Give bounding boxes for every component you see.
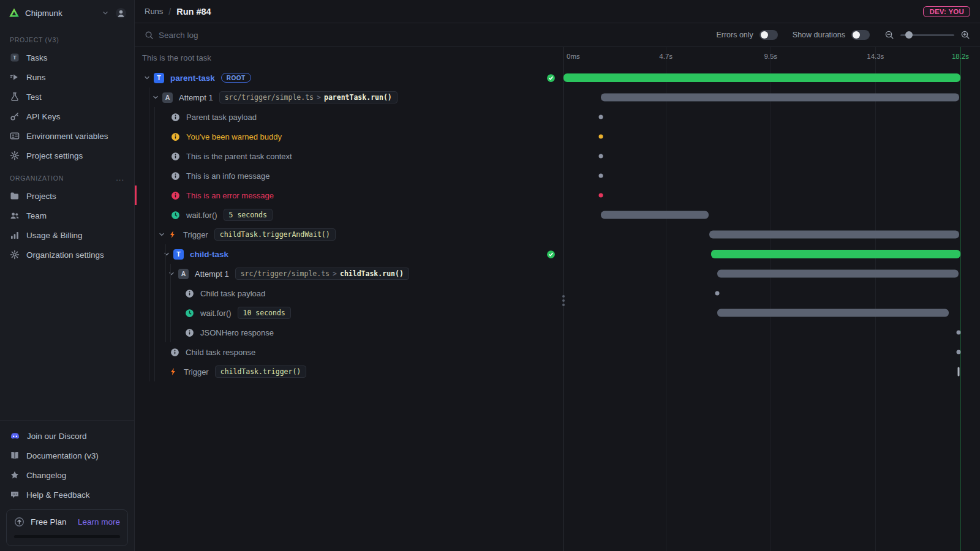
sidebar-section-label: PROJECT (V3) xyxy=(10,36,59,43)
sidebar-item-projects[interactable]: Projects xyxy=(6,186,128,206)
resize-grip-icon[interactable] xyxy=(562,295,565,298)
show-durations-toggle[interactable] xyxy=(851,30,870,40)
success-check-icon xyxy=(546,250,556,259)
timeline-event-dot[interactable] xyxy=(715,291,720,296)
timeline-row-trigger-and-wait xyxy=(564,225,960,244)
sidebar-item-documentation-v3-[interactable]: Documentation (v3) xyxy=(6,446,128,465)
timeline-row-log-error-message xyxy=(564,186,960,205)
timeline-span-bar[interactable] xyxy=(709,231,959,239)
chevron-down-icon[interactable] xyxy=(101,9,110,17)
code-badge: src/trigger/simple.ts>parentTask.run() xyxy=(219,91,398,103)
section-menu-button[interactable]: ... xyxy=(116,176,124,180)
sidebar-section: PROJECT (V3)TTasksRunsTestAPI KeysEnviro… xyxy=(6,32,128,165)
sidebar-item-api-keys[interactable]: API Keys xyxy=(6,107,128,126)
sidebar-item-usage-billing[interactable]: Usage & Billing xyxy=(6,225,128,245)
tree-row-trigger-and-wait[interactable]: TriggerchildTask.triggerAndWait() xyxy=(135,225,563,244)
timeline-tick-label: 0ms xyxy=(567,53,580,60)
sidebar-item-label: Project settings xyxy=(26,151,83,160)
zoom-in-icon[interactable] xyxy=(960,30,970,40)
timeline-instant-tick[interactable] xyxy=(958,367,960,377)
folder-icon xyxy=(10,191,20,201)
sidebar-section-label: ORGANIZATION xyxy=(10,174,64,182)
timeline-event-dot[interactable] xyxy=(598,193,603,198)
timeline-span-bar[interactable] xyxy=(564,73,960,82)
timeline-row-child-task xyxy=(564,244,960,264)
sidebar-item-tasks[interactable]: TTasks xyxy=(6,48,128,67)
timeline-end-line xyxy=(960,47,961,551)
task-icon: T xyxy=(154,73,164,83)
timeline-event-dot[interactable] xyxy=(598,115,603,119)
timeline-row-log-parent-task-payload xyxy=(564,107,960,127)
bolt-icon xyxy=(169,367,178,376)
tree-indent-guide xyxy=(154,107,155,381)
timeline-span-bar[interactable] xyxy=(711,250,960,258)
avatar[interactable] xyxy=(115,7,127,19)
usage-meter xyxy=(14,535,120,538)
errors-only-toggle[interactable] xyxy=(760,30,778,40)
tree-row-log-child-task-response[interactable]: Child task response xyxy=(135,342,563,362)
sidebar-item-label: Join our Discord xyxy=(27,432,87,441)
log-toolbar: Errors only Show durations xyxy=(135,23,980,47)
root-task-description: This is the root task xyxy=(135,47,563,68)
sidebar-item-environment-variables[interactable]: Environment variables xyxy=(6,126,128,146)
clock-icon xyxy=(171,211,180,220)
tree-row-log-error-message[interactable]: This is an error message xyxy=(135,186,563,205)
learn-more-link[interactable]: Learn more xyxy=(78,517,120,527)
tree-row-label: wait.for() xyxy=(200,309,232,318)
timeline-zoom-slider[interactable] xyxy=(900,31,954,39)
search-box[interactable] xyxy=(145,31,716,40)
timeline-event-dot[interactable] xyxy=(956,331,960,335)
tree-row-parent-attempt-1[interactable]: AAttempt 1src/trigger/simple.ts>parentTa… xyxy=(135,88,563,107)
sidebar-item-label: Runs xyxy=(26,73,46,82)
sidebar-item-project-settings[interactable]: Project settings xyxy=(6,146,128,165)
timeline-span-bar[interactable] xyxy=(717,309,948,317)
tree-row-parent-task[interactable]: Tparent-taskROOT xyxy=(135,68,563,88)
svg-text:T: T xyxy=(13,54,17,61)
timeline-span-bar[interactable] xyxy=(601,94,959,102)
search-input[interactable] xyxy=(159,31,342,40)
sidebar-item-runs[interactable]: Runs xyxy=(6,67,128,87)
tree-row-child-task[interactable]: Tchild-task xyxy=(135,244,563,264)
sidebar-item-test[interactable]: Test xyxy=(6,87,128,107)
timeline-event-dot[interactable] xyxy=(598,174,603,178)
tree-row-log-child-task-payload[interactable]: Child task payload xyxy=(135,283,563,303)
code-badge: childTask.trigger() xyxy=(215,365,307,378)
tree-row-label: Attempt 1 xyxy=(179,93,213,102)
timeline-event-dot[interactable] xyxy=(956,350,960,354)
attempt-icon: A xyxy=(178,269,189,279)
sidebar-item-help-feedback[interactable]: Help & Feedback xyxy=(6,485,128,504)
tree-row-log-parent-task-context[interactable]: This is the parent task context xyxy=(135,146,563,166)
sidebar-section-header: ORGANIZATION... xyxy=(6,170,128,186)
tree-row-child-attempt-1[interactable]: AAttempt 1src/trigger/simple.ts>childTas… xyxy=(135,264,563,283)
timeline-row-log-parent-task-context xyxy=(564,146,960,166)
tree-row-wait-10s[interactable]: wait.for()10 seconds xyxy=(135,303,563,323)
sidebar-item-organization-settings[interactable]: Organization settings xyxy=(6,245,128,264)
timeline-span-bar[interactable] xyxy=(601,211,709,219)
timeline-span-bar[interactable] xyxy=(717,270,958,278)
sidebar-item-changelog[interactable]: Changelog xyxy=(6,465,128,485)
tree-row-log-jsonhero-response[interactable]: JSONHero response xyxy=(135,323,563,342)
info-icon xyxy=(171,132,180,141)
zoom-out-icon[interactable] xyxy=(884,30,894,40)
chevron-down-icon xyxy=(143,74,151,81)
chart-icon xyxy=(10,230,20,240)
attempt-icon: A xyxy=(162,92,173,103)
tree-row-label: This is an info message xyxy=(186,171,270,181)
sidebar-item-label: Team xyxy=(26,211,47,220)
workspace-switcher[interactable]: Chipmunk xyxy=(0,0,134,26)
chat-icon xyxy=(10,490,20,500)
breadcrumb-runs[interactable]: Runs xyxy=(145,7,163,16)
breadcrumb-separator: / xyxy=(168,7,171,17)
sidebar-item-team[interactable]: Team xyxy=(6,206,128,225)
timeline-event-dot[interactable] xyxy=(598,135,603,139)
timeline-event-dot[interactable] xyxy=(598,154,603,159)
tree-row-trigger-child[interactable]: TriggerchildTask.trigger() xyxy=(135,362,563,381)
tree-row-log-warning[interactable]: You've been warned buddy xyxy=(135,127,563,146)
tree-row-log-info-message[interactable]: This is an info message xyxy=(135,166,563,186)
code-badge: 10 seconds xyxy=(238,307,291,319)
sidebar-item-join-our-discord[interactable]: Join our Discord xyxy=(6,426,128,446)
panel-resize-divider[interactable] xyxy=(563,47,564,551)
tree-row-log-parent-task-payload[interactable]: Parent task payload xyxy=(135,107,563,127)
tree-row-wait-5s[interactable]: wait.for()5 seconds xyxy=(135,205,563,225)
span-tree-panel: This is the root task Tparent-taskROOTAA… xyxy=(135,47,563,551)
